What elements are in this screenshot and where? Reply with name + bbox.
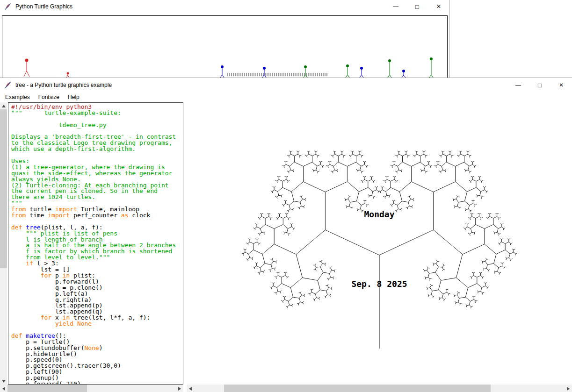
turtle-marker	[262, 67, 266, 78]
tk-feather-icon	[4, 3, 12, 10]
front-titlebar[interactable]: tree - a Python turtle graphics example …	[0, 78, 572, 92]
canvas-scroll-left-button[interactable]	[187, 385, 194, 392]
demo-content: #!/usr/bin/env python3""" turtle-example…	[0, 102, 572, 392]
turtle-marker	[360, 67, 363, 78]
turtle-marker	[346, 64, 349, 78]
canvas-horizontal-scrollbar[interactable]	[187, 385, 572, 392]
back-minimize-button[interactable]: —	[385, 0, 406, 13]
back-maximize-button[interactable]: □	[406, 0, 428, 13]
code-scroll-left-button[interactable]	[0, 385, 7, 392]
tree-canvas: MondaySep. 8 2025	[187, 102, 572, 385]
turtle-marker	[304, 65, 307, 78]
menubar: Examples Fontsize Help	[0, 92, 572, 102]
menu-item-fontsize[interactable]: Fontsize	[34, 93, 64, 101]
front-maximize-button[interactable]: □	[529, 78, 550, 92]
turtle-marker	[429, 57, 433, 78]
code-vscroll-thumb[interactable]	[0, 109, 7, 268]
tree-canvas-svg: MondaySep. 8 2025	[187, 102, 572, 385]
graphics-block: MondaySep. 8 2025	[183, 102, 572, 392]
canvas-text-label: Monday	[364, 209, 394, 219]
menu-item-examples[interactable]: Examples	[1, 93, 34, 101]
canvas-hscroll-thumb[interactable]	[224, 385, 491, 392]
fractal-tree-drawing	[242, 151, 517, 349]
turtle-marker	[388, 59, 391, 78]
scroll-down-button[interactable]	[0, 378, 7, 385]
tk-feather-icon	[4, 81, 12, 89]
front-window: tree - a Python turtle graphics example …	[0, 78, 572, 392]
back-close-button[interactable]: ✕	[428, 0, 449, 13]
code-hscroll-thumb[interactable]	[7, 385, 87, 392]
turtle-marker	[220, 65, 224, 78]
code-vertical-scrollbar[interactable]	[0, 102, 7, 385]
code-horizontal-scrollbar[interactable]	[0, 385, 183, 392]
back-window-title: Python Turtle Graphics	[15, 3, 72, 10]
menu-item-help[interactable]: Help	[64, 93, 84, 101]
turtle-marker	[402, 70, 405, 78]
back-titlebar[interactable]: Python Turtle Graphics — □ ✕	[0, 0, 449, 13]
front-minimize-button[interactable]: —	[507, 78, 529, 92]
code-scroll-right-button[interactable]	[176, 385, 183, 392]
code-pane[interactable]: #!/usr/bin/env python3""" turtle-example…	[8, 102, 183, 385]
code-viewer-block: #!/usr/bin/env python3""" turtle-example…	[0, 102, 183, 392]
turtle-marker	[24, 59, 29, 77]
front-window-title: tree - a Python turtle graphics example	[15, 82, 112, 88]
desktop: Python Turtle Graphics — □ ✕ tree - a Py…	[0, 0, 572, 392]
back-window-controls: — □ ✕	[385, 0, 449, 13]
turtle-marker	[66, 72, 69, 78]
code-text: #!/usr/bin/env python3""" turtle-example…	[11, 104, 183, 385]
front-close-button[interactable]: ✕	[550, 78, 572, 92]
canvas-text-label: Sep. 8 2025	[351, 279, 407, 289]
scroll-up-button[interactable]	[0, 102, 7, 109]
canvas-scroll-right-button[interactable]	[565, 385, 572, 392]
front-window-controls: — □ ✕	[507, 78, 572, 92]
